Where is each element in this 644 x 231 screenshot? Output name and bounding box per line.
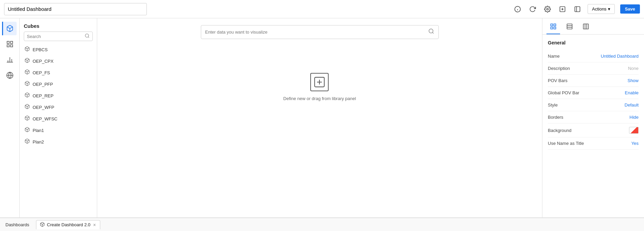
svg-line-21 [88, 37, 89, 38]
create-dashboard-tab[interactable]: Create Dashboard 2.0 × [36, 220, 100, 229]
cube-item-label: Plan1 [33, 128, 44, 133]
prop-row-pov-bars: POV Bars Show [548, 75, 639, 87]
prop-value-global-pov-bar[interactable]: Enable [625, 90, 639, 95]
prop-label-use-name-as-title: Use Name as Title [548, 141, 584, 146]
prop-label-borders: Borders [548, 115, 563, 120]
icon-sidebar [0, 18, 20, 217]
prop-value-borders[interactable]: Hide [629, 115, 639, 120]
prop-row-global-pov-bar: Global POV Bar Enable [548, 87, 639, 99]
panel-tab-grid1[interactable] [546, 21, 560, 34]
background-color-swatch[interactable] [629, 127, 639, 134]
visualize-search-icon [428, 28, 434, 36]
actions-button[interactable]: Actions ▾ [588, 4, 615, 14]
cube-item-oep-rep[interactable]: OEP_REP [20, 90, 97, 101]
prop-row-borders: Borders Hide [548, 111, 639, 123]
save-button[interactable]: Save [620, 4, 640, 14]
info-icon-button[interactable] [513, 4, 522, 14]
svg-rect-13 [10, 45, 12, 47]
cube-item-oep-fs[interactable]: OEP_FS [20, 67, 97, 78]
tab-close-button[interactable]: × [92, 222, 97, 228]
bottom-tabs: Dashboards Create Dashboard 2.0 × [0, 217, 644, 231]
svg-rect-40 [567, 24, 572, 29]
active-tab-label: Create Dashboard 2.0 [47, 222, 90, 227]
svg-point-20 [85, 34, 89, 37]
cube-item-icon [24, 104, 30, 111]
prop-label-global-pov-bar: Global POV Bar [548, 90, 579, 95]
svg-point-3 [546, 8, 548, 10]
section-title: General [548, 40, 639, 45]
cube-item-label: OEP_WFP [33, 105, 54, 110]
cube-item-oep-cpx[interactable]: OEP_CPX [20, 55, 97, 67]
cube-item-icon [24, 138, 30, 145]
svg-rect-7 [575, 6, 580, 12]
prop-value-description[interactable]: None [628, 66, 639, 71]
cube-item-icon [24, 92, 30, 99]
svg-rect-39 [554, 27, 556, 29]
cubes-panel-title: Cubes [20, 18, 97, 32]
prop-label-description: Description [548, 66, 570, 71]
cube-item-icon [24, 46, 30, 53]
prop-label-name: Name [548, 54, 560, 59]
svg-rect-11 [10, 41, 12, 43]
cube-item-label: OEP_PFP [33, 82, 53, 87]
sidebar-chart-button[interactable] [3, 53, 17, 66]
cube-item-icon [24, 127, 30, 134]
prop-row-description: Description None [548, 62, 639, 75]
cube-item-plan2[interactable]: Plan2 [20, 136, 97, 148]
cube-item-label: OEP_CPX [33, 59, 53, 64]
svg-rect-12 [7, 45, 9, 47]
prop-value-style[interactable]: Default [625, 102, 639, 108]
cube-item-oep-wfsc[interactable]: OEP_WFSC [20, 113, 97, 124]
prop-value-name[interactable]: Untitled Dashboard [601, 54, 639, 59]
panel-tab-grid3[interactable] [579, 21, 593, 34]
add-icon-button[interactable] [558, 4, 567, 14]
cube-item-icon [24, 58, 30, 64]
prop-value-use-name-as-title[interactable]: Yes [631, 141, 639, 146]
panel-tab-grid2[interactable] [563, 21, 576, 34]
svg-point-31 [429, 29, 433, 33]
visualize-input[interactable] [205, 30, 428, 35]
search-icon [85, 33, 90, 39]
dashboard-title-input[interactable] [4, 3, 147, 15]
header-icons: Actions ▾ Save [513, 4, 640, 14]
refresh-icon-button[interactable] [528, 4, 537, 14]
search-box [24, 32, 93, 41]
canvas-placeholder: Define new or drag from library panel [283, 73, 356, 101]
prop-label-pov-bars: POV Bars [548, 78, 568, 83]
canvas-placeholder-text: Define new or drag from library panel [283, 96, 356, 101]
search-input[interactable] [27, 34, 85, 39]
svg-rect-10 [7, 41, 9, 43]
cube-item-label: Plan2 [33, 139, 44, 145]
cube-item-plan1[interactable]: Plan1 [20, 124, 97, 136]
tab-dashboard-icon [40, 222, 45, 228]
cube-item-icon [24, 69, 30, 76]
prop-value-pov-bars[interactable]: Show [627, 78, 639, 83]
prop-row-background: Background [548, 123, 639, 137]
cube-item-oep-pfp[interactable]: OEP_PFP [20, 78, 97, 90]
sidebar-cubes-button[interactable] [2, 22, 17, 35]
svg-rect-36 [551, 24, 553, 26]
cube-item-oep-wfp[interactable]: OEP_WFP [20, 101, 97, 113]
panel-icon-button[interactable] [573, 4, 582, 14]
right-panel-tabs [542, 18, 644, 35]
prop-label-style: Style [548, 102, 558, 108]
visualize-search-box [201, 25, 439, 39]
cube-item-label: OEP_FS [33, 70, 50, 75]
cube-item-icon [24, 115, 30, 122]
sidebar-globe-button[interactable] [3, 69, 17, 82]
dashboards-tab[interactable]: Dashboards [4, 222, 31, 227]
top-header: Actions ▾ Save [0, 0, 644, 18]
settings-icon-button[interactable] [543, 4, 552, 14]
right-panel-body: General Name Untitled Dashboard Descript… [542, 35, 644, 217]
prop-row-name: Name Untitled Dashboard [548, 50, 639, 62]
cube-item-label: OEP_REP [33, 93, 53, 98]
cube-item-epbcs[interactable]: EPBCS [20, 44, 97, 55]
cube-item-icon [24, 81, 30, 88]
cube-list: EPBCS OEP_CPX [20, 44, 97, 217]
main-area: Cubes EPBCS [0, 18, 644, 217]
prop-label-background: Background [548, 128, 571, 133]
prop-row-style: Style Default [548, 99, 639, 111]
right-panel: General Name Untitled Dashboard Descript… [542, 18, 644, 217]
svg-rect-37 [554, 24, 556, 26]
sidebar-grid-button[interactable] [3, 37, 17, 51]
